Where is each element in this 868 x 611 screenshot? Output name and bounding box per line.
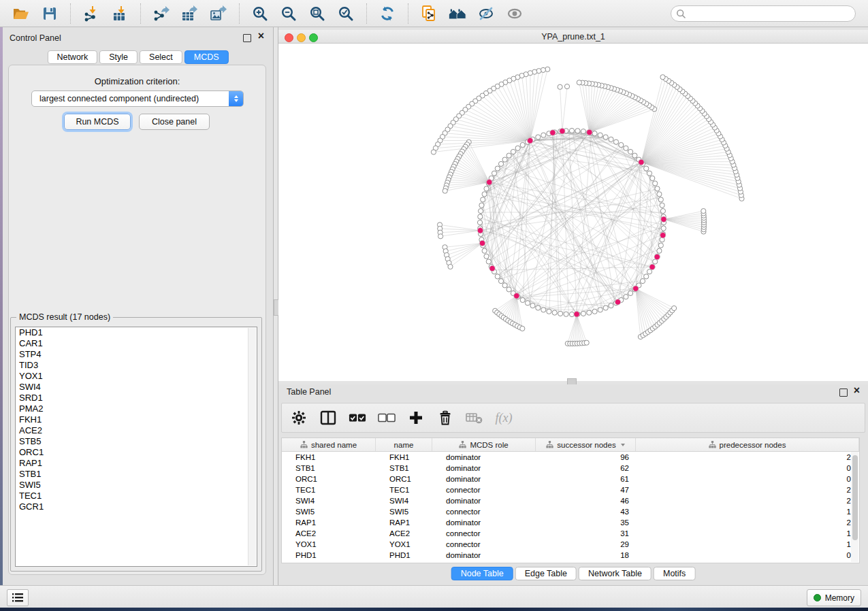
tab-motifs[interactable]: Motifs	[654, 567, 695, 580]
mcds-hub-node[interactable]	[479, 240, 485, 246]
task-history-button[interactable]	[7, 589, 29, 606]
mcds-node-item[interactable]: SRD1	[16, 393, 257, 403]
vertical-splitter[interactable]	[273, 27, 278, 585]
tab-network-table[interactable]: Network Table	[579, 567, 652, 580]
mcds-node-item[interactable]: TID3	[16, 360, 257, 371]
close-panel-icon[interactable]: ×	[258, 30, 264, 42]
share-document-icon[interactable]	[419, 4, 438, 23]
float-panel-icon[interactable]	[243, 34, 251, 42]
open-session-icon[interactable]	[12, 4, 31, 23]
mcds-node-item[interactable]: GCR1	[16, 501, 257, 512]
tab-mcds[interactable]: MCDS	[184, 50, 229, 64]
mcds-node-item[interactable]: FKH1	[16, 414, 257, 425]
mcds-node-item[interactable]: ORC1	[16, 447, 257, 458]
tab-style[interactable]: Style	[99, 50, 138, 64]
tab-select[interactable]: Select	[140, 50, 182, 64]
mcds-node-item[interactable]: RAP1	[16, 458, 257, 469]
table-row[interactable]: YOX1YOX1connector291	[282, 539, 859, 550]
table-row[interactable]: SWI5SWI5connector431	[282, 506, 859, 517]
mcds-node-item[interactable]: TEC1	[16, 491, 257, 501]
search-box[interactable]	[671, 5, 856, 22]
mcds-node-item[interactable]: STB5	[16, 436, 257, 447]
table-row[interactable]: STB1STB1dominator620	[282, 463, 859, 474]
mcds-hub-node[interactable]	[574, 312, 579, 317]
mcds-result-group-title: MCDS result (17 nodes)	[16, 312, 113, 322]
mcds-hub-node[interactable]	[560, 129, 565, 134]
mcds-hub-node[interactable]	[489, 265, 495, 271]
column-header-name[interactable]: name	[376, 438, 432, 451]
float-panel-icon[interactable]	[839, 389, 848, 397]
add-column-plus-icon[interactable]	[407, 409, 425, 427]
export-network-icon[interactable]	[152, 4, 171, 23]
table-row[interactable]: FKH1FKH1dominator962	[282, 452, 859, 463]
mcds-hub-node[interactable]	[633, 286, 639, 291]
tab-network[interactable]: Network	[47, 50, 97, 64]
close-panel-button[interactable]: Close panel	[139, 114, 210, 130]
mcds-node-item[interactable]: YOX1	[16, 371, 257, 382]
column-header-predecessor-nodes[interactable]: predecessor nodes	[636, 438, 859, 451]
mcds-node-item[interactable]: STP4	[16, 349, 257, 360]
mcds-list-scrollbar[interactable]	[248, 328, 256, 565]
refresh-layout-icon[interactable]	[378, 4, 397, 23]
network-canvas-svg[interactable]	[278, 44, 868, 381]
mcds-hub-node[interactable]	[528, 138, 533, 144]
select-all-checkboxes-icon[interactable]	[349, 409, 366, 427]
column-header-shared-name[interactable]: shared name	[282, 438, 376, 451]
mcds-node-item[interactable]: STB1	[16, 469, 257, 480]
deselect-all-checkboxes-icon[interactable]	[378, 409, 396, 427]
scrollbar-thumb[interactable]	[852, 455, 858, 540]
eye-icon[interactable]	[505, 4, 524, 23]
mcds-hub-node[interactable]	[661, 216, 666, 222]
mcds-hub-node[interactable]	[649, 264, 655, 269]
mcds-node-item[interactable]: PMA2	[16, 403, 257, 414]
mcds-hub-node[interactable]	[639, 159, 644, 165]
mcds-hub-node[interactable]	[487, 180, 492, 185]
delete-trash-icon[interactable]	[436, 409, 454, 427]
settings-gear-icon[interactable]	[290, 409, 308, 427]
export-image-icon[interactable]	[209, 4, 228, 23]
mcds-node-item[interactable]: CAR1	[16, 338, 257, 349]
close-panel-icon[interactable]: ×	[854, 384, 860, 397]
zoom-selected-icon[interactable]	[336, 4, 355, 23]
mcds-hub-node[interactable]	[550, 130, 556, 135]
mcds-hub-node[interactable]	[514, 293, 519, 299]
mcds-hub-node[interactable]	[587, 129, 592, 135]
run-mcds-button[interactable]: Run MCDS	[64, 114, 131, 130]
zoom-fit-icon[interactable]	[308, 4, 327, 23]
mcds-node-item[interactable]: PHD1	[16, 327, 257, 338]
save-session-icon[interactable]	[40, 4, 59, 23]
export-table-icon[interactable]	[180, 4, 199, 23]
table-row[interactable]: PHD1PHD1dominator180	[282, 550, 859, 561]
memory-button[interactable]: Memory	[807, 589, 861, 606]
hide-eye-slash-icon[interactable]	[477, 4, 496, 23]
mcds-node-item[interactable]: ACE2	[16, 425, 257, 436]
table-row[interactable]: SWI4SWI4dominator462	[282, 495, 859, 506]
import-table-icon[interactable]	[110, 4, 129, 23]
mcds-node-item[interactable]: SWI5	[16, 480, 257, 491]
import-network-icon[interactable]	[82, 4, 101, 23]
mcds-hub-node[interactable]	[660, 233, 666, 238]
houses-icon[interactable]	[448, 4, 467, 23]
column-header-successor-nodes[interactable]: successor nodes	[536, 438, 636, 451]
network-window-titlebar[interactable]: YPA_prune.txt_1	[278, 30, 868, 44]
mcds-hub-node[interactable]	[654, 254, 660, 259]
criterion-dropdown[interactable]: largest connected component (undirected)	[31, 90, 244, 107]
column-header-MCDS-role[interactable]: MCDS role	[432, 438, 536, 451]
table-row[interactable]: ORC1ORC1dominator610	[282, 474, 859, 484]
table-scrollbar[interactable]	[851, 452, 858, 562]
zoom-out-icon[interactable]	[279, 4, 298, 23]
tab-edge-table[interactable]: Edge Table	[515, 567, 577, 580]
tab-node-table[interactable]: Node Table	[451, 567, 513, 580]
table-row[interactable]: ACE2ACE2connector311	[282, 528, 859, 539]
mcds-hub-node[interactable]	[477, 228, 483, 233]
network-window-title: YPA_prune.txt_1	[278, 32, 868, 42]
table-tab-bar: Node TableEdge TableNetwork TableMotifs	[451, 567, 696, 580]
zoom-in-icon[interactable]	[251, 4, 270, 23]
mcds-node-item[interactable]: SWI4	[16, 382, 257, 393]
table-row[interactable]: RAP1RAP1dominator352	[282, 517, 859, 528]
split-columns-icon[interactable]	[319, 409, 337, 427]
mcds-hub-node[interactable]	[615, 299, 620, 305]
cell-name: SWI5	[376, 508, 432, 516]
table-row[interactable]: TEC1TEC1connector472	[282, 484, 859, 495]
search-input[interactable]	[689, 7, 855, 20]
